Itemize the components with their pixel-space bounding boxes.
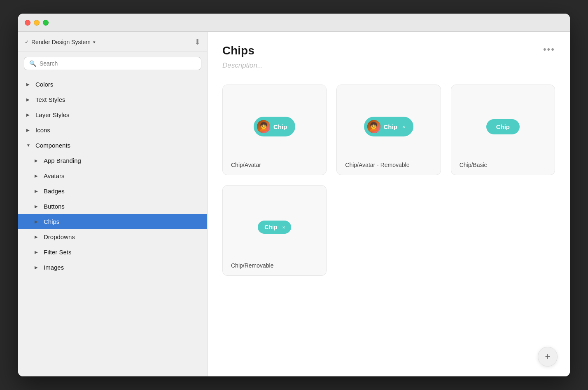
sidebar-item-badges[interactable]: ▶ Badges: [18, 183, 207, 199]
avatar: 🧑‍🦱: [367, 120, 380, 133]
component-card-label: Chip/Avatar: [231, 156, 261, 175]
sidebar-item-label: Layer Styles: [35, 111, 70, 118]
chevron-down-icon: ▾: [93, 40, 96, 45]
sidebar-item-layer-styles[interactable]: ▶ Layer Styles: [18, 107, 207, 122]
component-card-label: Chip/Avatar - Removable: [345, 156, 409, 175]
chip-label: Chip: [273, 123, 287, 130]
check-icon: ✓: [25, 39, 29, 45]
project-name[interactable]: ✓ Render Design System ▾: [25, 39, 96, 45]
sidebar-item-label: Avatars: [44, 172, 65, 179]
chip-close-icon[interactable]: ×: [282, 224, 285, 230]
sidebar-item-label: Buttons: [44, 203, 65, 210]
component-grid: 🧑‍🦱 Chip Chip/Avatar 🧑‍🦱: [222, 85, 555, 276]
chevron-right-icon: ▶: [26, 82, 31, 87]
sidebar-item-label: Colors: [35, 81, 53, 88]
sidebar-item-label: Images: [44, 264, 64, 271]
avatar: 🧑‍🦱: [257, 120, 270, 133]
chip-removable-card: Chip × Chip/Removable: [222, 185, 327, 276]
chip-removable-component[interactable]: Chip ×: [258, 221, 291, 234]
sidebar-item-avatars[interactable]: ▶ Avatars: [18, 168, 207, 183]
chevron-right-icon: ▶: [26, 128, 31, 132]
chevron-right-icon: ▶: [35, 235, 40, 239]
app-window: ✓ Render Design System ▾ ⬇ 🔍 ▶ Colors ▶: [18, 14, 570, 376]
chip-close-icon[interactable]: ×: [402, 124, 406, 130]
chevron-right-icon: ▶: [35, 158, 40, 163]
sidebar-item-label: Components: [35, 142, 70, 149]
fab-plus-icon: +: [545, 351, 551, 362]
sidebar-item-text-styles[interactable]: ▶ Text Styles: [18, 92, 207, 107]
minimize-button[interactable]: [34, 20, 40, 26]
more-options-icon[interactable]: •••: [543, 44, 555, 55]
chevron-down-icon: ▼: [26, 143, 31, 148]
content-area: Chips ••• Description... 🧑‍🦱 Chip: [208, 32, 570, 376]
sidebar-item-label: Filter Sets: [44, 249, 72, 256]
component-card-label: Chip/Basic: [460, 156, 487, 175]
sidebar-header: ✓ Render Design System ▾ ⬇: [18, 32, 207, 52]
title-bar: [18, 14, 570, 32]
chevron-right-icon: ▶: [35, 265, 40, 270]
maximize-button[interactable]: [43, 20, 49, 26]
content-header: Chips •••: [222, 44, 555, 57]
fab-add-button[interactable]: +: [538, 347, 558, 367]
search-box: 🔍: [24, 57, 201, 70]
sidebar-item-label: Chips: [44, 218, 59, 225]
sidebar: ✓ Render Design System ▾ ⬇ 🔍 ▶ Colors ▶: [18, 32, 208, 376]
close-button[interactable]: [25, 20, 30, 26]
sidebar-item-dropdowns[interactable]: ▶ Dropdowns: [18, 229, 207, 244]
chip-avatar-removable-component[interactable]: 🧑‍🦱 Chip ×: [364, 117, 414, 136]
chevron-right-icon: ▶: [35, 174, 40, 178]
sidebar-item-label: Dropdowns: [44, 233, 75, 240]
chevron-right-icon: ▶: [35, 219, 40, 224]
chevron-right-icon: ▶: [35, 250, 40, 254]
sidebar-item-images[interactable]: ▶ Images: [18, 260, 207, 275]
chip-basic-preview: Chip: [460, 97, 546, 156]
sidebar-item-label: Icons: [35, 127, 50, 134]
description-text: Description...: [222, 61, 555, 70]
avatar-image: 🧑‍🦱: [257, 120, 270, 133]
chip-basic-card: Chip Chip/Basic: [451, 85, 555, 175]
component-card-label: Chip/Removable: [231, 256, 274, 275]
traffic-lights: [25, 20, 49, 26]
chip-avatar-removable-card: 🧑‍🦱 Chip × Chip/Avatar - Removable: [336, 85, 441, 175]
sidebar-item-label: Text Styles: [35, 96, 65, 103]
chip-avatar-preview: 🧑‍🦱 Chip: [231, 97, 318, 156]
chevron-right-icon: ▶: [35, 189, 40, 193]
sidebar-item-app-branding[interactable]: ▶ App Branding: [18, 153, 207, 168]
chip-basic-component[interactable]: Chip: [486, 119, 520, 134]
chip-avatar-component[interactable]: 🧑‍🦱 Chip: [254, 117, 295, 136]
sidebar-item-colors[interactable]: ▶ Colors: [18, 77, 207, 92]
sidebar-item-label: App Branding: [44, 157, 81, 164]
sidebar-item-chips[interactable]: ▶ Chips: [18, 214, 207, 229]
chip-avatar-removable-preview: 🧑‍🦱 Chip ×: [345, 97, 432, 156]
chip-label: Chip: [264, 224, 277, 230]
sidebar-nav: ▶ Colors ▶ Text Styles ▶ Layer Styles ▶ …: [18, 75, 207, 277]
chevron-right-icon: ▶: [26, 113, 31, 117]
sidebar-item-icons[interactable]: ▶ Icons: [18, 122, 207, 138]
download-icon[interactable]: ⬇: [194, 38, 201, 47]
chip-avatar-card: 🧑‍🦱 Chip Chip/Avatar: [222, 85, 327, 175]
main-layout: ✓ Render Design System ▾ ⬇ 🔍 ▶ Colors ▶: [18, 32, 570, 376]
sidebar-item-filter-sets[interactable]: ▶ Filter Sets: [18, 244, 207, 260]
avatar-image: 🧑‍🦱: [367, 120, 380, 133]
chip-label: Chip: [496, 123, 510, 130]
chip-removable-preview: Chip ×: [231, 198, 318, 256]
page-title: Chips: [222, 44, 254, 57]
sidebar-item-label: Badges: [44, 188, 65, 195]
chip-label: Chip: [384, 123, 397, 130]
chevron-right-icon: ▶: [35, 204, 40, 209]
chevron-right-icon: ▶: [26, 97, 31, 102]
sidebar-item-buttons[interactable]: ▶ Buttons: [18, 199, 207, 214]
search-input[interactable]: [40, 60, 196, 67]
search-icon: 🔍: [29, 60, 36, 67]
sidebar-item-components[interactable]: ▼ Components: [18, 138, 207, 153]
project-name-label: Render Design System: [31, 39, 91, 45]
